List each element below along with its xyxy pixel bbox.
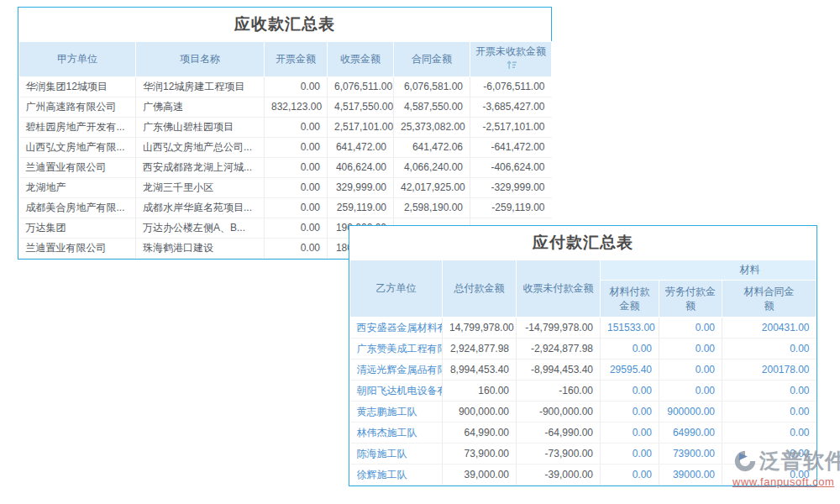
group-header-materials: 材料	[601, 260, 816, 281]
col-header-party-a: 甲方单位	[19, 42, 136, 77]
table-cell: -39,000.00	[517, 465, 601, 486]
table-row: 华润集团12城项目华润12城房建工程项目0.006,076,511.006,07…	[19, 76, 552, 97]
receivables-title: 应收款汇总表	[18, 8, 551, 41]
receivables-header-row: 甲方单位 项目名称 开票金额 收票金额 合同金额 开票未收款金额	[19, 42, 552, 77]
table-cell[interactable]: 黄志鹏施工队	[350, 402, 443, 423]
table-cell: 0.00	[601, 339, 659, 360]
table-cell[interactable]: 林伟杰施工队	[350, 423, 443, 444]
table-cell: 0.00	[265, 177, 328, 197]
table-cell: 万达办公楼左侧A、B...	[136, 218, 265, 238]
table-cell[interactable]: 徐辉施工队	[350, 465, 443, 486]
table-cell: 39000.00	[659, 465, 722, 486]
table-cell: 0.00	[659, 318, 722, 339]
table-cell: 0.00	[265, 218, 328, 238]
table-cell: 39,000.00	[443, 465, 517, 486]
table-cell[interactable]: 陈海施工队	[350, 444, 443, 465]
table-cell: 64,990.00	[443, 423, 517, 444]
col-header-invoiced-amount: 开票金额	[265, 42, 328, 77]
table-cell: -8,994,453.40	[517, 360, 601, 381]
table-row: 成都美合房地产有限...成都水岸华庭名苑项目...0.00259,119.002…	[19, 197, 552, 218]
table-cell: 2,598,190.00	[394, 197, 470, 218]
table-row: 山西弘文房地产有限...山西弘文房地产总公司...0.00641,472.006…	[19, 137, 552, 157]
table-cell: 成都美合房地产有限...	[19, 197, 136, 218]
table-cell: 8,994,453.40	[443, 360, 517, 381]
table-row: 清远光辉金属品有限8,994,453.40-8,994,453.4029595.…	[350, 360, 816, 381]
table-cell: 4,517,550.00	[328, 97, 394, 117]
table-cell: -2,924,877.98	[517, 339, 601, 360]
payables-table: 乙方单位 总付款金额 收票未付款金额 材料 材料付款金额 劳务付款金额 材料合同…	[349, 260, 816, 486]
payables-title: 应付款汇总表	[349, 226, 816, 260]
col-header-project-name: 项目名称	[136, 42, 265, 77]
table-cell[interactable]: 朝阳飞达机电设备有	[350, 381, 443, 402]
table-cell[interactable]: 清远光辉金属品有限	[350, 360, 443, 381]
table-cell: 900,000.00	[443, 402, 517, 423]
table-cell: 641,472.06	[394, 137, 470, 157]
table-cell[interactable]: 广东赞美成工程有限	[350, 339, 443, 360]
table-cell: -14,799,978.00	[517, 318, 601, 339]
table-cell: 151533.00	[601, 318, 659, 339]
table-cell: 华润集团12城项目	[19, 76, 136, 97]
table-cell: 0.00	[601, 444, 659, 465]
table-cell: -6,076,511.00	[470, 76, 552, 97]
table-cell: 0.00	[265, 137, 328, 157]
table-cell: 160.00	[443, 381, 517, 402]
table-cell: 0.00	[659, 360, 722, 381]
table-cell: -73,900.00	[517, 444, 601, 465]
table-cell: 0.00	[601, 402, 659, 423]
table-cell: 龙湖三千里小区	[136, 177, 265, 197]
table-cell: 832,123.00	[265, 97, 328, 117]
table-cell: -900,000.00	[517, 402, 601, 423]
table-cell: -160.00	[517, 381, 601, 402]
table-cell: 6,076,581.00	[394, 76, 470, 97]
col-header-party-b: 乙方单位	[350, 260, 443, 318]
table-cell: 73,900.00	[443, 444, 517, 465]
table-cell: -406,624.00	[470, 157, 552, 177]
table-cell: 4,587,550.00	[394, 97, 470, 117]
table-cell: 29595.40	[601, 360, 659, 381]
payables-group-header-row: 乙方单位 总付款金额 收票未付款金额 材料	[350, 260, 816, 281]
table-cell: 64990.00	[659, 423, 722, 444]
table-cell: 成都水岸华庭名苑项目...	[136, 197, 265, 218]
table-cell: 0.00	[601, 423, 659, 444]
col-header-material-payment: 材料付款金额	[601, 281, 659, 318]
table-cell: 广佛高速	[136, 97, 265, 117]
table-cell: 0.00	[722, 339, 816, 360]
table-cell: 900000.00	[659, 402, 722, 423]
table-cell: 广州高速路有限公司	[19, 97, 136, 117]
table-cell: 2,517,101.00	[328, 117, 394, 137]
table-cell: 山西弘文房地产有限...	[19, 137, 136, 157]
col-header-receipt-unpaid: 收票未付款金额	[517, 260, 601, 318]
table-cell: 2,924,877.98	[443, 339, 517, 360]
table-cell: 200431.00	[722, 318, 816, 339]
col-header-material-contract: 材料合同金额	[722, 281, 816, 318]
table-cell: 0.00	[265, 157, 328, 177]
table-row: 黄志鹏施工队900,000.00-900,000.000.00900000.00…	[350, 402, 816, 423]
table-row: 广东赞美成工程有限2,924,877.98-2,924,877.980.000.…	[350, 339, 816, 360]
table-cell: 73900.00	[659, 444, 722, 465]
table-cell: 兰迪置业有限公司	[19, 238, 136, 258]
table-cell: -641,472.00	[470, 137, 552, 157]
col-header-labor-payment: 劳务付款金额	[659, 281, 722, 318]
table-row: 徐辉施工队39,000.00-39,000.000.0039000.000.00	[350, 465, 816, 486]
table-cell: 329,999.00	[328, 177, 394, 197]
table-cell: 0.00	[265, 117, 328, 137]
col-header-invoiced-unpaid-amount[interactable]: 开票未收款金额	[470, 42, 552, 77]
table-cell: 259,119.00	[328, 197, 394, 218]
table-cell: 0.00	[722, 444, 816, 465]
table-cell: 641,472.00	[328, 137, 394, 157]
table-cell[interactable]: 西安盛器金属材料有	[350, 318, 443, 339]
table-cell: 万达集团	[19, 218, 136, 238]
table-cell: 0.00	[722, 423, 816, 444]
table-cell: 0.00	[722, 402, 816, 423]
table-cell: 0.00	[659, 339, 722, 360]
table-cell: 0.00	[722, 465, 816, 486]
table-cell: 兰迪置业有限公司	[19, 157, 136, 177]
table-cell: -64,990.00	[517, 423, 601, 444]
table-cell: 碧桂园房地产开发有...	[19, 117, 136, 137]
table-cell: 珠海鹤港口建设	[136, 238, 265, 258]
payables-summary-panel: 应付款汇总表 乙方单位 总付款金额 收票未付款金额 材料 材料付款金额 劳务付款…	[349, 225, 817, 486]
table-cell: 广东佛山碧桂园项目	[136, 117, 265, 137]
table-cell: -329,999.00	[470, 177, 552, 197]
table-cell: 0.00	[601, 465, 659, 486]
sort-icon[interactable]	[507, 60, 517, 70]
